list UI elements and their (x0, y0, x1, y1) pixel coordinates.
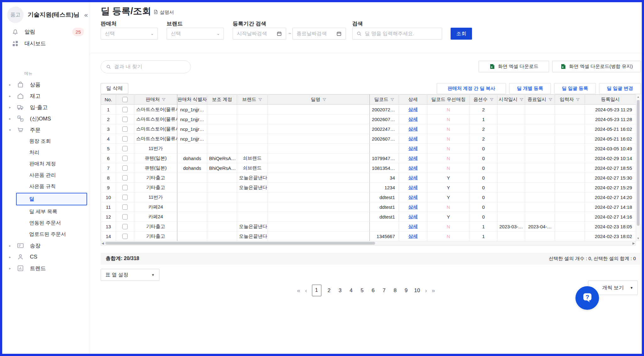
row-checkbox[interactable] (122, 214, 128, 220)
pagination-page-2[interactable]: 2 (326, 287, 332, 294)
pagination-page-4[interactable]: 4 (348, 287, 354, 294)
filter-icon[interactable] (576, 97, 580, 102)
detail-link[interactable]: 상세 (408, 194, 418, 200)
pagination-first[interactable]: « (297, 287, 301, 294)
pagination-page-5[interactable]: 5 (359, 287, 365, 294)
detail-link[interactable]: 상세 (408, 107, 418, 112)
pagination-page-1[interactable]: 1 (312, 285, 321, 296)
row-checkbox[interactable] (122, 146, 128, 151)
filter-icon[interactable] (548, 97, 552, 102)
detail-link[interactable]: 상세 (408, 126, 418, 131)
pagination-next[interactable]: › (425, 287, 427, 294)
pagination-page-9[interactable]: 9 (403, 287, 409, 294)
sidebar-subitem-처리[interactable]: 처리 (2, 147, 90, 158)
detail-link[interactable]: 상세 (408, 233, 418, 239)
detail-link[interactable]: 상세 (408, 214, 418, 219)
sidebar-item-notifications[interactable]: 알림25 (2, 26, 90, 38)
sidebar-item-송장[interactable]: ▸송장 (2, 240, 90, 251)
sidebar-item-주문[interactable]: ▾주문 (2, 124, 90, 136)
pagination-last[interactable]: » (432, 287, 435, 294)
row-checkbox[interactable] (122, 224, 128, 229)
table-header-cell-deal_name[interactable]: 딜명 (268, 95, 370, 105)
horizontal-scrollbar[interactable]: ◀ ▶ (101, 241, 636, 246)
pagination-page-6[interactable]: 6 (370, 287, 376, 294)
sidebar-subitem-사은품 관리[interactable]: 사은품 관리 (2, 170, 90, 181)
sidebar-subitem-딜[interactable]: 딜 (16, 193, 87, 205)
sidebar-subitem-사은품 규칙[interactable]: 사은품 규칙 (2, 181, 90, 192)
excel-download-button[interactable]: x 화면 엑셀 다운로드 (479, 61, 549, 72)
manual-link[interactable]: 설명서 (153, 9, 174, 15)
deal-bulk-change-button[interactable]: 딜 일괄 변경 (599, 83, 641, 94)
pagination-page-8[interactable]: 8 (392, 287, 398, 294)
row-checkbox[interactable] (122, 175, 128, 181)
calendar-icon[interactable] (276, 31, 282, 36)
calendar-icon[interactable] (336, 31, 342, 36)
excel-download-merged-button[interactable]: x 화면 엑셀 다운로드(병합 유지) (552, 61, 641, 72)
filter-icon[interactable] (490, 97, 494, 102)
detail-link[interactable]: 상세 (408, 116, 418, 122)
deal-name-search-input[interactable]: 딜 명을 입력해주세요. (352, 28, 442, 40)
filter-icon[interactable] (162, 97, 166, 102)
sidebar-item-(신)OMS[interactable]: ▸(신)OMS (2, 113, 90, 124)
pagination-prev[interactable]: ‹ (305, 287, 307, 294)
vendor-select[interactable]: 선택 ⌄ (101, 28, 158, 40)
table-header-cell-vendor[interactable]: 판매처 (134, 95, 177, 105)
sidebar-item-입·출고[interactable]: ▸입·출고 (2, 102, 90, 113)
detail-link[interactable]: 상세 (408, 136, 418, 141)
detail-link[interactable]: 상세 (408, 185, 418, 190)
column-settings-dropdown[interactable]: 표 열 설정 ▼ (101, 269, 159, 281)
detail-link[interactable]: 상세 (408, 204, 418, 209)
table-header-cell-deal_code[interactable]: 딜코드 (370, 95, 399, 105)
sidebar-subitem-연동된 주문서[interactable]: 연동된 주문서 (2, 217, 90, 229)
filter-icon[interactable] (390, 97, 394, 102)
sidebar-item-트렌드[interactable]: ▸트렌드 (2, 263, 90, 274)
detail-link[interactable]: 상세 (408, 146, 418, 151)
row-checkbox[interactable] (122, 136, 128, 142)
scroll-right-arrow[interactable]: ▶ (632, 242, 635, 245)
sidebar-subitem-판매처 계정[interactable]: 판매처 계정 (2, 158, 90, 170)
end-date-input[interactable]: 종료날짜검색 (292, 28, 346, 40)
row-checkbox[interactable] (122, 156, 128, 161)
row-checkbox[interactable] (122, 165, 128, 171)
deal-delete-button[interactable]: 딜 삭제 (101, 83, 128, 94)
table-header-cell-brand[interactable]: 브랜드 (237, 95, 268, 105)
table-header-cell-end[interactable]: 종료일시 (525, 95, 555, 105)
pagination-page-7[interactable]: 7 (381, 287, 387, 294)
table-header-cell-option_count[interactable]: 옵션수 (470, 95, 497, 105)
sidebar-item-재고[interactable]: ▸재고 (2, 90, 90, 102)
vertical-scroll-thumb[interactable] (637, 100, 640, 226)
filter-icon[interactable] (519, 97, 524, 102)
detail-link[interactable]: 상세 (408, 175, 418, 180)
scroll-left-arrow[interactable]: ◀ (102, 242, 104, 245)
row-checkbox[interactable] (122, 126, 128, 132)
table-header-cell-writer[interactable]: 입력자 (555, 95, 585, 105)
row-checkbox[interactable] (122, 107, 128, 112)
row-checkbox[interactable] (122, 234, 128, 239)
scroll-up-arrow[interactable]: ▲ (636, 95, 640, 98)
copy-deal-between-accounts-button[interactable]: 판매처 계정 간 딜 복사 (437, 83, 506, 94)
vertical-scrollbar[interactable]: ▲ ▼ (636, 94, 641, 241)
find-in-results-input[interactable]: 결과 내 찾기 (101, 60, 191, 73)
sidebar-item-상품[interactable]: ▸상품 (2, 79, 90, 90)
sidebar-subitem-딜 세부 목록[interactable]: 딜 세부 목록 (2, 206, 90, 217)
detail-link[interactable]: 상세 (408, 155, 418, 161)
detail-link[interactable]: 상세 (408, 165, 418, 170)
sidebar-subitem-원장 조회[interactable]: 원장 조회 (2, 136, 90, 147)
pagination-page-10[interactable]: 10 (414, 287, 420, 294)
horizontal-scroll-thumb[interactable] (105, 242, 375, 245)
row-checkbox[interactable] (122, 204, 128, 210)
deal-single-register-button[interactable]: 딜 개별 등록 (509, 83, 551, 94)
filter-icon[interactable] (258, 97, 262, 102)
filter-icon[interactable] (322, 97, 326, 102)
detail-link[interactable]: 상세 (408, 224, 418, 229)
select-all-checkbox[interactable] (122, 97, 128, 102)
scroll-down-arrow[interactable]: ▼ (636, 237, 640, 240)
sidebar-item-dashboard[interactable]: 대시보드 (2, 38, 90, 49)
table-header-cell-start[interactable]: 시작일시 (497, 95, 525, 105)
sidebar-item-CS[interactable]: ▸CS (2, 251, 90, 263)
row-checkbox[interactable] (122, 117, 128, 122)
row-checkbox[interactable] (122, 185, 128, 190)
row-checkbox[interactable] (122, 195, 128, 200)
help-chat-button[interactable]: ? (575, 286, 599, 310)
sidebar-collapse-icon[interactable]: « (84, 11, 88, 19)
